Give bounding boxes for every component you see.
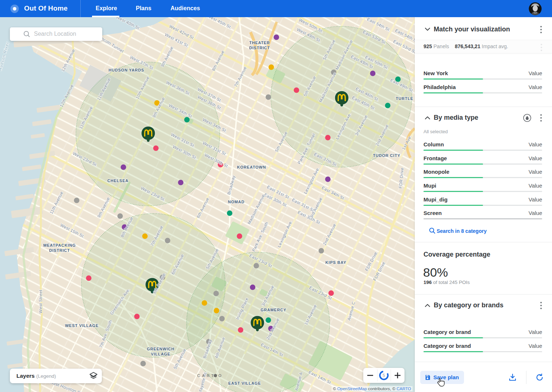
svg-text:HUDSON YARDS: HUDSON YARDS (108, 68, 144, 72)
svg-text:KOREATOWN: KOREATOWN (237, 165, 266, 169)
svg-text:5: 5 (383, 373, 385, 378)
svg-text:DISTRICT: DISTRICT (249, 46, 270, 50)
svg-text:KIPS BAY: KIPS BAY (325, 260, 346, 265)
svg-text:CHELSEA: CHELSEA (107, 178, 129, 183)
svg-text:GRAMERCY: GRAMERCY (261, 308, 287, 312)
svg-text:VILLAGE: VILLAGE (151, 352, 170, 356)
svg-text:EAST VILLAGE: EAST VILLAGE (228, 381, 261, 385)
svg-text:MEATPACKING: MEATPACKING (43, 243, 76, 247)
svg-text:TUDOR CITY: TUDOR CITY (373, 153, 400, 158)
svg-text:NOMAD: NOMAD (228, 200, 245, 204)
svg-text:DISTRICT: DISTRICT (49, 248, 70, 253)
svg-text:TURTLE: TURTLE (396, 96, 413, 101)
svg-text:O: O (218, 373, 222, 378)
svg-text:THEATER: THEATER (249, 41, 270, 45)
svg-text:GREENWICH: GREENWICH (147, 347, 175, 351)
svg-text:West Street: West Street (38, 289, 43, 313)
svg-text:CART: CART (197, 373, 216, 378)
svg-text:WEST VILLAGE: WEST VILLAGE (65, 323, 99, 328)
